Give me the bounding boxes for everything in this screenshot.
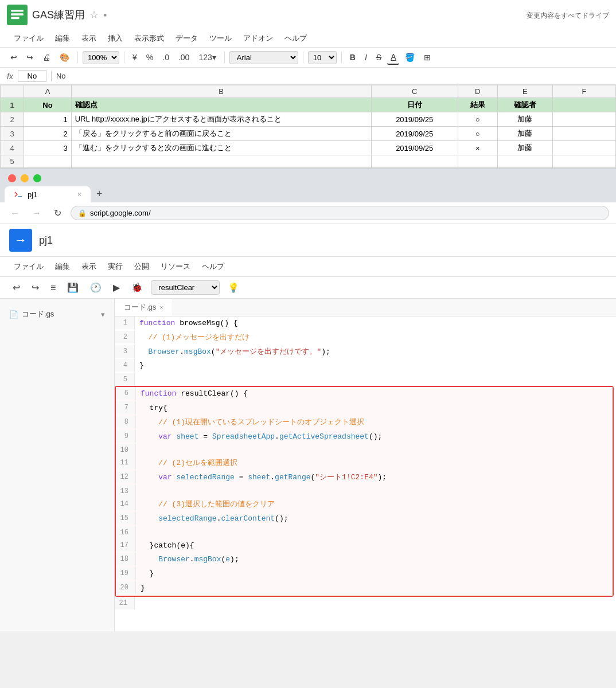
cell-f3[interactable] [552,127,615,141]
menu-view[interactable]: 表示 [77,31,101,46]
col-header-a[interactable]: A [24,85,72,98]
clock-button[interactable]: 🕐 [87,280,105,295]
borders-button[interactable]: ⊞ [420,50,434,64]
cell-c5[interactable] [371,155,458,168]
cell-b1[interactable]: 確認点 [71,98,371,112]
address-field[interactable]: 🔒 script.google.com/ [71,206,609,220]
cell-reference-input[interactable] [18,70,46,82]
cell-f2[interactable] [552,112,615,127]
gas-menu-resources[interactable]: リソース [156,259,195,274]
decimal2-button[interactable]: .00 [175,50,193,64]
zoom-select[interactable]: 100% [83,51,119,64]
col-header-b[interactable]: B [71,85,371,98]
font-family-select[interactable]: Arial [229,51,298,64]
col-header-c[interactable]: C [371,85,458,98]
cell-c3[interactable]: 2019/09/25 [371,127,458,141]
function-selector[interactable]: resultClear [151,280,220,295]
code-editor[interactable]: 1 function browseMsg() { 2 // (1)メッセージを出… [115,316,616,609]
percent-button[interactable]: % [143,50,157,64]
line-content-3: Browser.msgBox("メッセージを出すだけです。"); [135,345,616,359]
gas-menu-help[interactable]: ヘルプ [197,259,229,274]
cell-e3[interactable]: 加藤 [497,127,552,141]
cell-b2[interactable]: URL http://xxxxx.ne.jpにアクセスすると画面が表示されること [71,112,371,127]
cell-e4[interactable]: 加藤 [497,141,552,155]
maximize-button[interactable] [33,174,41,182]
minimize-button[interactable] [21,174,29,182]
print-button[interactable]: 🖨 [39,50,54,64]
cell-a2[interactable]: 1 [24,112,72,127]
underline-button[interactable]: A [387,50,399,65]
menu-help[interactable]: ヘルプ [280,31,311,46]
cell-d4[interactable]: × [458,141,497,155]
code-tab-close[interactable]: × [159,304,163,311]
cell-c2[interactable]: 2019/09/25 [371,112,458,127]
file-item-code[interactable]: 📄 コード.gs ▾ [5,306,110,323]
gas-menu-run[interactable]: 実行 [103,259,127,274]
cell-a1[interactable]: No [24,98,72,112]
folder-icon[interactable]: ▪ [103,9,107,21]
menu-format[interactable]: 表示形式 [130,31,169,46]
code-line-9: 9 var sheet = SpreadsheetApp.getActiveSp… [116,430,613,444]
cell-e1[interactable]: 確認者 [497,98,552,112]
menu-tools[interactable]: ツール [205,31,236,46]
menu-file[interactable]: ファイル [9,31,48,46]
redo-button[interactable]: ↪ [23,50,37,64]
indent-button[interactable]: ≡ [47,281,59,295]
close-button[interactable] [8,174,16,182]
cell-a5[interactable] [24,155,72,168]
cell-f4[interactable] [552,141,615,155]
gas-menu-file[interactable]: ファイル [9,259,48,274]
undo-button[interactable]: ↩ [7,50,21,64]
cell-d2[interactable]: ○ [458,112,497,127]
cell-f5[interactable] [552,155,615,168]
cell-d3[interactable]: ○ [458,127,497,141]
gas-menu-edit[interactable]: 編集 [50,259,75,274]
new-tab-button[interactable]: + [91,186,108,202]
font-size-select[interactable]: 10 [308,51,337,64]
code-tab-code-gs[interactable]: コード.gs × [115,299,173,316]
cell-b4[interactable]: 「進む」をクリックすると次の画面に進むこと [71,141,371,155]
browser-tab-pj1[interactable]: pj1 × [5,186,91,202]
menu-insert[interactable]: 挿入 [103,31,127,46]
save-notice: 変更内容をすべてドライブ [527,11,609,19]
gas-menu-publish[interactable]: 公開 [130,259,154,274]
cell-d5[interactable] [458,155,497,168]
format123-button[interactable]: 123▾ [195,50,219,64]
gas-undo-button[interactable]: ↩ [9,280,24,295]
cell-e5[interactable] [497,155,552,168]
currency-button[interactable]: ¥ [129,50,141,64]
cell-c4[interactable]: 2019/09/25 [371,141,458,155]
col-header-e[interactable]: E [497,85,552,98]
cell-d1[interactable]: 結果 [458,98,497,112]
menu-addons[interactable]: アドオン [239,31,278,46]
bold-button[interactable]: B [346,50,359,64]
italic-button[interactable]: I [361,50,371,64]
menu-edit[interactable]: 編集 [50,31,75,46]
col-header-d[interactable]: D [458,85,497,98]
refresh-button[interactable]: ↻ [50,206,65,220]
run-button[interactable]: ▶ [110,280,123,295]
back-button[interactable]: ← [7,207,23,220]
cell-e2[interactable]: 加藤 [497,112,552,127]
gas-menu-view[interactable]: 表示 [77,259,101,274]
cell-f1[interactable] [552,98,615,112]
cell-b5[interactable] [71,155,371,168]
hint-button[interactable]: 💡 [224,280,243,295]
cell-b3[interactable]: 「戻る」をクリックすると前の画面に戻ること [71,127,371,141]
cell-c1[interactable]: 日付 [371,98,458,112]
forward-button[interactable]: → [29,207,45,220]
gas-redo-button[interactable]: ↪ [28,280,42,295]
fill-color-button[interactable]: 🪣 [401,50,418,64]
menu-data[interactable]: データ [171,31,202,46]
cell-a3[interactable]: 2 [24,127,72,141]
strikethrough-button[interactable]: S [373,50,385,64]
decimal0-button[interactable]: .0 [159,50,173,64]
line-num-1: 1 [115,316,135,329]
debug-button[interactable]: 🐞 [128,280,146,295]
col-header-f[interactable]: F [552,85,615,98]
star-icon[interactable]: ☆ [89,9,99,21]
save-button[interactable]: 💾 [64,280,82,295]
paint-format-button[interactable]: 🎨 [56,50,73,64]
tab-close-button[interactable]: × [77,190,81,198]
cell-a4[interactable]: 3 [24,141,72,155]
